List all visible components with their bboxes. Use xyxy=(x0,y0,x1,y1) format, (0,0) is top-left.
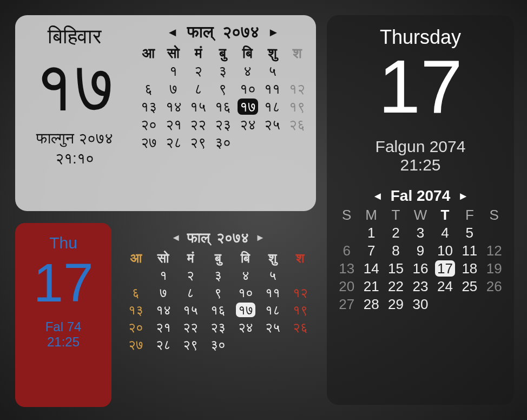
calendar-day[interactable]: १६ xyxy=(205,303,232,318)
calendar-day[interactable]: 14 xyxy=(359,260,383,277)
calendar-day[interactable]: ७ xyxy=(150,285,177,300)
calendar-day[interactable]: २९ xyxy=(177,337,205,352)
calendar-day[interactable]: 26 xyxy=(482,278,506,295)
calendar-day[interactable]: ३० xyxy=(205,337,232,352)
calendar-day[interactable]: ८ xyxy=(177,285,205,300)
calendar-day[interactable]: २३ xyxy=(210,116,235,133)
calendar-day[interactable]: 9 xyxy=(408,242,432,259)
calendar-day[interactable]: २५ xyxy=(260,116,285,133)
calendar-day[interactable]: 27 xyxy=(334,296,359,313)
prev-month-icon[interactable]: ◄ xyxy=(171,232,181,244)
calendar-day[interactable]: 25 xyxy=(457,278,482,295)
calendar-day[interactable]: 18 xyxy=(457,260,482,277)
calendar-day[interactable]: ३ xyxy=(210,63,235,80)
calendar-day[interactable]: ७ xyxy=(161,81,186,97)
calendar-day[interactable]: २ xyxy=(177,268,205,283)
calendar-day[interactable]: २१ xyxy=(161,116,186,133)
calendar-day[interactable]: २४ xyxy=(235,116,260,133)
calendar-day[interactable]: २ xyxy=(186,63,210,80)
next-month-icon[interactable]: ► xyxy=(458,190,469,202)
calendar-day[interactable]: 21 xyxy=(359,278,383,295)
calendar-day[interactable]: 15 xyxy=(384,260,408,277)
calendar-day[interactable]: ९ xyxy=(205,285,232,300)
calendar-day[interactable]: ५ xyxy=(259,268,287,283)
calendar-day[interactable]: २४ xyxy=(232,320,259,335)
calendar-day[interactable]: १९ xyxy=(285,99,309,115)
calendar-day[interactable]: १५ xyxy=(177,303,205,318)
calendar-day[interactable]: २० xyxy=(122,320,150,335)
calendar-day[interactable]: २६ xyxy=(286,320,314,335)
calendar-day[interactable]: १८ xyxy=(260,99,285,115)
calendar-day[interactable]: १२ xyxy=(286,285,314,300)
calendar-day[interactable]: ६ xyxy=(122,285,150,300)
next-month-icon[interactable]: ► xyxy=(255,232,265,244)
calendar-day[interactable]: २९ xyxy=(186,134,210,151)
calendar-day[interactable]: ९ xyxy=(210,81,235,97)
calendar-day[interactable]: 8 xyxy=(384,242,408,259)
calendar-day[interactable]: २१ xyxy=(150,320,177,335)
nav-month: फाल् xyxy=(187,229,210,246)
calendar-day[interactable]: 13 xyxy=(334,260,359,277)
calendar-day[interactable]: २८ xyxy=(150,337,177,352)
calendar-day[interactable]: २८ xyxy=(161,134,186,151)
calendar-day[interactable]: १२ xyxy=(285,81,309,97)
calendar-day[interactable]: २२ xyxy=(186,116,210,133)
prev-month-icon[interactable]: ◄ xyxy=(372,190,383,202)
calendar-day[interactable]: १७ xyxy=(232,303,259,318)
calendar-day[interactable]: २७ xyxy=(136,134,161,151)
calendar-day[interactable]: 1 xyxy=(359,225,383,241)
calendar-day[interactable]: ५ xyxy=(260,63,285,80)
day-number: १७ xyxy=(15,51,134,121)
calendar-day[interactable]: 17 xyxy=(433,260,457,277)
calendar-day[interactable]: १९ xyxy=(286,303,314,318)
calendar-day[interactable]: २६ xyxy=(285,116,309,133)
calendar-day[interactable]: १८ xyxy=(259,303,287,318)
calendar-day[interactable]: 7 xyxy=(359,242,383,259)
calendar-day[interactable]: २७ xyxy=(122,337,150,352)
calendar-day[interactable]: १४ xyxy=(161,99,186,115)
calendar-day[interactable]: २५ xyxy=(259,320,287,335)
calendar-day[interactable]: 28 xyxy=(359,296,383,313)
calendar-day[interactable]: १३ xyxy=(122,303,150,318)
calendar-day[interactable]: ४ xyxy=(232,268,259,283)
calendar-day[interactable]: २३ xyxy=(205,320,232,335)
calendar-day[interactable]: १० xyxy=(232,285,259,300)
calendar-day[interactable]: 11 xyxy=(457,242,482,259)
calendar-day[interactable]: २२ xyxy=(177,320,205,335)
calendar-day[interactable]: 5 xyxy=(457,225,482,241)
calendar-day[interactable]: १५ xyxy=(186,99,210,115)
calendar-grid: SMTWTFS123456789101112131415161718192021… xyxy=(327,207,514,313)
calendar-day[interactable]: ८ xyxy=(186,81,210,97)
calendar-day[interactable]: १० xyxy=(235,81,260,97)
calendar-day[interactable]: 23 xyxy=(408,278,432,295)
calendar-day[interactable]: १६ xyxy=(210,99,235,115)
calendar-day[interactable]: १३ xyxy=(136,99,161,115)
next-month-icon[interactable]: ► xyxy=(268,25,280,40)
calendar-day[interactable]: 2 xyxy=(384,225,408,241)
calendar-day[interactable]: 6 xyxy=(334,242,359,259)
calendar-day[interactable]: 10 xyxy=(433,242,457,259)
calendar-day[interactable]: 4 xyxy=(433,225,457,241)
calendar-day[interactable]: 22 xyxy=(384,278,408,295)
calendar-day[interactable]: ३ xyxy=(205,268,232,283)
calendar-day[interactable]: ११ xyxy=(260,81,285,97)
calendar-day[interactable]: ११ xyxy=(259,285,287,300)
calendar-day[interactable]: ६ xyxy=(136,81,161,97)
calendar-day[interactable]: ४ xyxy=(235,63,260,80)
calendar-day[interactable]: ३० xyxy=(210,134,235,151)
calendar-day[interactable]: 30 xyxy=(408,296,432,313)
calendar-day[interactable]: 20 xyxy=(334,278,359,295)
calendar-day[interactable]: 29 xyxy=(384,296,408,313)
calendar-day[interactable]: 19 xyxy=(482,260,506,277)
calendar-day[interactable]: १ xyxy=(150,268,177,283)
calendar-day[interactable]: 16 xyxy=(408,260,432,277)
calendar-day[interactable]: १४ xyxy=(150,303,177,318)
calendar-day[interactable]: १ xyxy=(161,63,186,80)
prev-month-icon[interactable]: ◄ xyxy=(167,25,179,40)
calendar-day[interactable]: १७ xyxy=(235,99,260,115)
calendar-day[interactable]: 12 xyxy=(482,242,506,259)
calendar-day[interactable]: २० xyxy=(136,116,161,133)
calendar-day[interactable]: 24 xyxy=(433,278,457,295)
calendar-day[interactable]: 3 xyxy=(408,225,432,241)
date-summary: बिहिवार १७ फाल्गुन २०७४ २१:१० xyxy=(15,15,134,211)
